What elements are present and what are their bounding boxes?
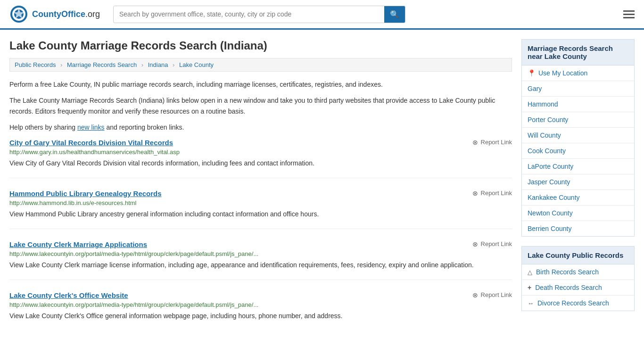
search-button[interactable]: 🔍: [384, 6, 405, 23]
divorce-icon: ↔: [528, 300, 534, 307]
sidebar: Marriage Records Search near Lake County…: [521, 39, 635, 342]
page-container: Lake County Marriage Records Search (Ind…: [0, 30, 644, 351]
nearby-laporte-county[interactable]: LaPorte County: [522, 159, 634, 174]
report-icon: ⊗: [472, 291, 478, 299]
nearby-jasper-county[interactable]: Jasper County: [522, 174, 634, 190]
report-link[interactable]: ⊗ Report Link: [472, 240, 512, 248]
result-item: Lake County Clerk Marriage Applications …: [9, 240, 512, 280]
main-content: Lake County Marriage Records Search (Ind…: [9, 39, 512, 342]
report-link[interactable]: ⊗ Report Link: [472, 189, 512, 197]
page-title: Lake County Marriage Records Search (Ind…: [9, 39, 512, 52]
report-link[interactable]: ⊗ Report Link: [472, 139, 512, 146]
use-my-location-item[interactable]: 📍 Use My Location: [522, 66, 634, 81]
birth-icon: △: [528, 269, 532, 276]
new-links-link[interactable]: new links: [77, 123, 105, 131]
nearby-header: Marriage Records Search near Lake County: [521, 39, 635, 66]
nearby-cook-county[interactable]: Cook County: [522, 143, 634, 159]
public-records-section: Lake County Public Records △ Birth Recor…: [521, 246, 635, 311]
nearby-will-county[interactable]: Will County: [522, 128, 634, 143]
birth-records-item[interactable]: △ Birth Records Search: [522, 264, 634, 280]
nearby-hammond[interactable]: Hammond: [522, 97, 634, 112]
header: CountyOffice.org 🔍: [0, 0, 644, 30]
result-desc: View Lake County Clerk marriage license …: [9, 260, 512, 270]
result-desc: View Hammond Public Library ancestry gen…: [9, 209, 512, 219]
result-desc: View City of Gary Vital Records Division…: [9, 158, 512, 168]
report-icon: ⊗: [472, 240, 478, 248]
logo-text: CountyOffice.org: [32, 9, 100, 19]
nearby-berrien-county[interactable]: Berrien County: [522, 221, 634, 236]
description-3: Help others by sharing new links and rep…: [9, 122, 512, 132]
nearby-list: 📍 Use My Location Gary Hammond Porter Co…: [521, 66, 635, 237]
search-input[interactable]: [114, 7, 384, 22]
breadcrumb-lake-county[interactable]: Lake County: [179, 61, 214, 68]
nearby-kankakee-county[interactable]: Kankakee County: [522, 190, 634, 206]
result-item: Hammond Public Library Genealogy Records…: [9, 189, 512, 229]
result-url: http://www.gary.in.us/healthandhumanserv…: [9, 148, 512, 156]
result-item: Lake County Clerk's Office Website ⊗ Rep…: [9, 291, 512, 330]
breadcrumb-indiana[interactable]: Indiana: [148, 61, 168, 68]
report-icon: ⊗: [472, 139, 478, 146]
location-pin-icon: 📍: [528, 69, 536, 77]
result-item: City of Gary Vital Records Division Vita…: [9, 139, 512, 178]
result-desc: View Lake County Clerk's Office general …: [9, 311, 512, 321]
result-title[interactable]: Lake County Clerk's Office Website: [9, 291, 128, 299]
result-title[interactable]: City of Gary Vital Records Division Vita…: [9, 139, 173, 147]
result-url: http://www.lakecountyin.org/portal/media…: [9, 301, 512, 308]
cross-icon: +: [528, 284, 531, 291]
results-list: City of Gary Vital Records Division Vita…: [9, 139, 512, 330]
public-records-list: △ Birth Records Search + Death Records S…: [521, 264, 635, 311]
public-records-header: Lake County Public Records: [521, 246, 635, 264]
breadcrumb-public-records[interactable]: Public Records: [15, 61, 56, 68]
result-url: http://www.lakecountyin.org/portal/media…: [9, 250, 512, 257]
result-url: http://www.hammond.lib.in.us/e-resources…: [9, 199, 512, 206]
description-1: Perform a free Lake County, IN public ma…: [9, 79, 512, 90]
report-link[interactable]: ⊗ Report Link: [472, 291, 512, 299]
nearby-section: Marriage Records Search near Lake County…: [521, 39, 635, 237]
logo-icon: [9, 5, 28, 24]
death-records-item[interactable]: + Death Records Search: [522, 280, 634, 296]
result-title[interactable]: Hammond Public Library Genealogy Records: [9, 189, 162, 197]
logo-area: CountyOffice.org: [9, 5, 104, 24]
nearby-gary[interactable]: Gary: [522, 81, 634, 97]
search-bar: 🔍: [113, 6, 405, 23]
divorce-records-item[interactable]: ↔ Divorce Records Search: [522, 296, 634, 311]
nearby-newton-county[interactable]: Newton County: [522, 206, 634, 221]
report-icon: ⊗: [472, 189, 478, 197]
result-title[interactable]: Lake County Clerk Marriage Applications: [9, 240, 147, 248]
use-my-location-link[interactable]: Use My Location: [538, 69, 587, 77]
breadcrumb: Public Records › Marriage Records Search…: [9, 58, 512, 72]
nearby-porter-county[interactable]: Porter County: [522, 112, 634, 128]
description-2: The Lake County Marriage Records Search …: [9, 95, 512, 116]
menu-icon[interactable]: [623, 10, 635, 18]
breadcrumb-marriage-records[interactable]: Marriage Records Search: [67, 61, 137, 68]
